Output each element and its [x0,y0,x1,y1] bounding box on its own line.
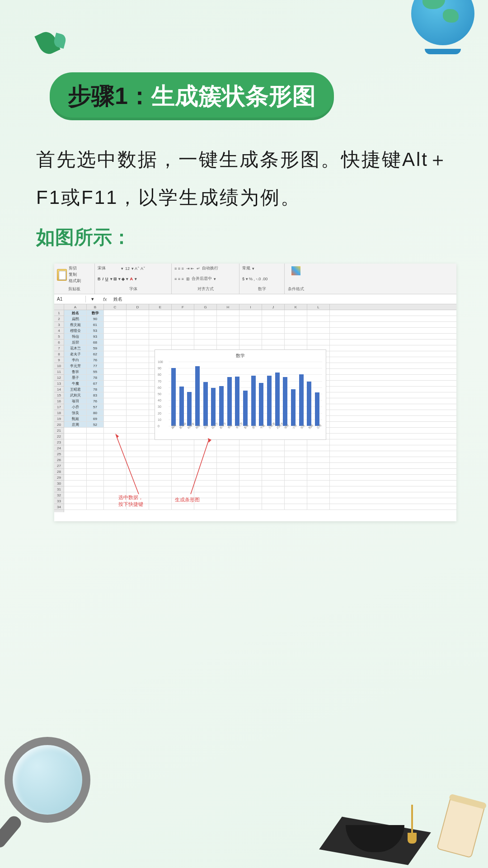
leaf-decoration [38,32,70,63]
graduation-cap-decoration [321,782,438,863]
format-painter-button: 格式刷 [69,278,81,284]
step-banner: 步骤1：生成簇状条形图 [50,72,334,120]
paste-icon [57,269,67,281]
chart-title: 数学 [155,350,326,362]
font-name: 宋体 [98,265,106,271]
annotation-select-data: 选中数据， 按下快捷键 [118,494,143,508]
formula-value: 姓名 [111,296,125,302]
step-title: 生成簇状条形图 [151,83,316,109]
globe-decoration [398,0,479,63]
figure-caption: 如图所示： [36,225,452,250]
excel-screenshot: 剪切 复制 格式刷 剪贴板 宋体 ▾ 12 ▾ A˄ A˅ B I U ▾ ⊞ … [54,264,456,521]
merge-button: 合并后居中 [192,276,212,282]
formula-bar: A1 ▾ fx 姓名 [54,294,456,304]
wrap-text-button: 自动换行 [202,265,218,271]
cond-format-label: 条件格式 [287,286,305,292]
row-numbers: 1234567891011121314151617181920212223242… [54,304,64,512]
copy-button: 复制 [69,272,81,278]
instruction-text: 首先选中数据，一键生成条形图。快捷键Alt＋F1或F11，以学生成绩为例。 [36,141,452,217]
number-format: 常规 [242,265,250,271]
conditional-format-icon [291,266,300,275]
column-headers: ABCDEFGHIJKL [64,304,456,310]
magnifier-decoration [0,732,104,850]
scroll-decoration [436,797,485,859]
name-box: A1 [54,296,86,302]
ribbon: 剪切 复制 格式刷 剪贴板 宋体 ▾ 12 ▾ A˄ A˅ B I U ▾ ⊞ … [54,264,456,294]
cut-button: 剪切 [69,265,81,271]
fx-icon: fx [99,297,111,302]
font-group-label: 字体 [98,286,169,292]
font-size: 12 [125,266,130,271]
embedded-chart: 数学 1009080706050403020100 扁鹊蔡文姬程咬金韩信后羿花木… [155,349,326,440]
clipboard-group-label: 剪贴板 [57,286,92,292]
number-group-label: 数字 [242,286,282,292]
step-number: 步骤1： [68,83,151,109]
align-group-label: 对齐方式 [174,286,236,292]
annotation-generate-chart: 生成条形图 [175,496,200,503]
